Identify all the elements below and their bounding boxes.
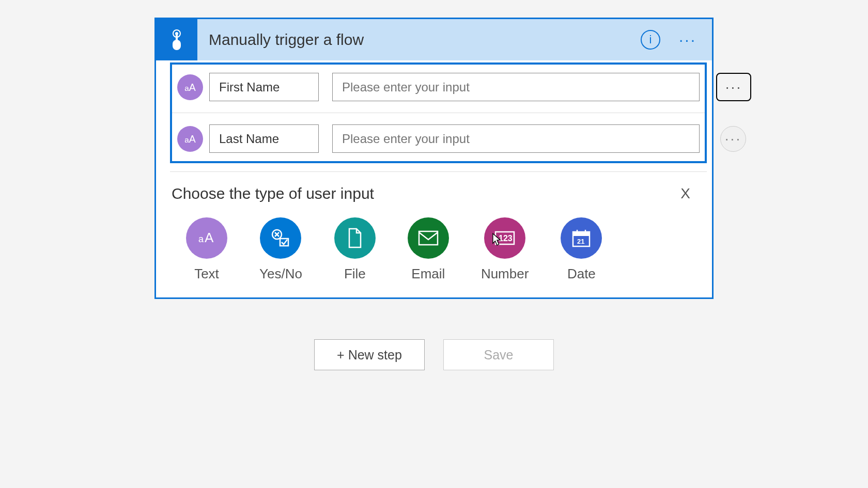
choose-type-title: Choose the type of user input bbox=[172, 185, 374, 202]
svg-text:a: a bbox=[184, 83, 189, 92]
more-icon: ··· bbox=[679, 31, 696, 49]
type-label: Email bbox=[411, 266, 445, 282]
input-row-more-button[interactable]: ··· bbox=[720, 126, 746, 152]
text-type-circle: a A bbox=[186, 217, 227, 259]
input-row-last-name: a A ··· bbox=[172, 122, 705, 155]
svg-rect-14 bbox=[419, 231, 438, 245]
input-divider bbox=[172, 113, 705, 113]
flow-actions: + New step Save bbox=[314, 339, 554, 370]
svg-text:21: 21 bbox=[577, 238, 584, 245]
text-aa-icon: a A bbox=[183, 81, 197, 94]
file-type-circle bbox=[334, 217, 376, 259]
svg-text:A: A bbox=[189, 133, 196, 144]
svg-text:a: a bbox=[184, 135, 189, 144]
type-grid: a A Text bbox=[172, 217, 696, 282]
more-icon: ··· bbox=[725, 79, 742, 96]
svg-text:A: A bbox=[205, 230, 214, 245]
email-type-circle bbox=[408, 217, 449, 259]
more-icon: ··· bbox=[725, 131, 741, 147]
yes-no-icon bbox=[269, 226, 292, 250]
svg-point-3 bbox=[175, 32, 178, 35]
number-icon: 123 bbox=[492, 229, 517, 247]
text-aa-icon: a A bbox=[196, 228, 217, 248]
save-button[interactable]: Save bbox=[443, 339, 554, 370]
choose-type-header: Choose the type of user input X bbox=[172, 182, 696, 205]
file-icon bbox=[346, 227, 364, 249]
input-row-more-button[interactable]: ··· bbox=[716, 73, 751, 101]
date-type-circle: 21 bbox=[561, 217, 602, 259]
trigger-icon-box bbox=[156, 19, 197, 60]
input-row-first-name: a A ··· bbox=[172, 71, 705, 103]
svg-text:a: a bbox=[198, 234, 204, 244]
text-aa-icon: a A bbox=[183, 132, 197, 146]
type-label: File bbox=[344, 266, 366, 282]
input-description-field[interactable] bbox=[332, 73, 700, 101]
manual-trigger-icon bbox=[165, 28, 188, 51]
type-option-date[interactable]: 21 Date bbox=[561, 217, 602, 282]
number-type-circle: 123 bbox=[484, 217, 525, 259]
svg-text:A: A bbox=[189, 81, 196, 92]
type-label: Yes/No bbox=[259, 266, 302, 282]
input-description-field[interactable] bbox=[332, 124, 700, 153]
yesno-type-circle bbox=[260, 217, 301, 259]
inputs-selection-box: a A ··· a A bbox=[170, 62, 707, 163]
type-label: Text bbox=[194, 266, 219, 282]
close-type-selector-button[interactable]: X bbox=[674, 182, 696, 205]
trigger-header[interactable]: Manually trigger a flow i ··· bbox=[156, 19, 712, 60]
text-type-icon: a A bbox=[177, 74, 203, 100]
type-option-yesno[interactable]: Yes/No bbox=[259, 217, 302, 282]
new-step-button[interactable]: + New step bbox=[314, 339, 425, 370]
trigger-title: Manually trigger a flow bbox=[197, 31, 641, 49]
input-name-field[interactable] bbox=[209, 124, 319, 153]
header-more-button[interactable]: ··· bbox=[675, 27, 701, 53]
calendar-icon: 21 bbox=[570, 227, 593, 249]
text-type-icon: a A bbox=[177, 126, 203, 152]
type-option-number[interactable]: 123 Number bbox=[481, 217, 529, 282]
type-option-file[interactable]: File bbox=[334, 217, 376, 282]
info-button[interactable]: i bbox=[641, 30, 660, 50]
type-option-text[interactable]: a A Text bbox=[186, 217, 227, 282]
input-name-field[interactable] bbox=[209, 73, 319, 101]
type-option-email[interactable]: Email bbox=[408, 217, 449, 282]
svg-text:123: 123 bbox=[499, 234, 513, 243]
trigger-card: Manually trigger a flow i ··· a A bbox=[154, 18, 714, 299]
info-icon: i bbox=[649, 33, 652, 46]
svg-rect-19 bbox=[573, 232, 590, 236]
type-label: Number bbox=[481, 266, 529, 282]
email-icon bbox=[417, 229, 440, 247]
type-label: Date bbox=[567, 266, 596, 282]
choose-type-section: Choose the type of user input X a A Text bbox=[156, 172, 712, 297]
